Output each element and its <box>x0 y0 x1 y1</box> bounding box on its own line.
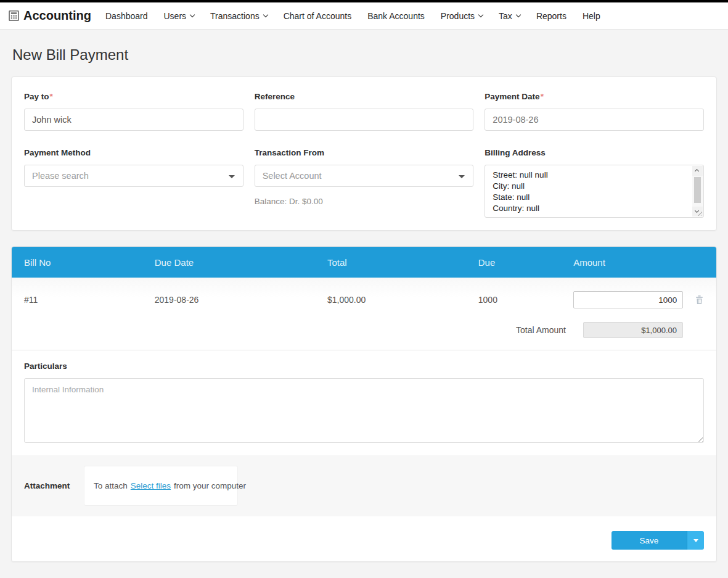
main-navbar: Accounting Dashboard Users Transactions … <box>0 2 728 30</box>
payment-date-field-group: Payment Date* <box>485 92 704 131</box>
header-due-date: Due Date <box>155 257 327 268</box>
chevron-down-icon <box>478 12 483 17</box>
nav-reports[interactable]: Reports <box>528 11 575 21</box>
payment-date-label: Payment Date* <box>485 92 704 101</box>
billing-address-field-group: Billing Address Street: null null City: … <box>485 148 704 218</box>
required-asterisk: * <box>541 92 544 101</box>
total-amount-label: Total Amount <box>516 325 566 335</box>
payment-method-select[interactable]: Please search <box>24 165 243 187</box>
payment-method-placeholder: Please search <box>32 171 89 181</box>
payment-date-input[interactable] <box>485 109 704 131</box>
delete-row-button[interactable] <box>695 295 704 305</box>
attachment-section: Attachment To attach Select files from y… <box>12 455 716 516</box>
save-dropdown-toggle[interactable] <box>687 531 704 550</box>
trash-icon <box>695 295 704 305</box>
payment-form-card: Pay to* Reference Payment Date* Payment … <box>11 76 717 231</box>
particulars-label: Particulars <box>24 361 704 371</box>
select-files-link[interactable]: Select files <box>131 481 171 490</box>
particulars-textarea[interactable] <box>24 378 704 443</box>
nav-dashboard[interactable]: Dashboard <box>97 11 156 21</box>
payment-method-label: Payment Method <box>24 148 243 157</box>
form-footer: Save <box>12 516 716 561</box>
nav-items: Dashboard Users Transactions Chart of Ac… <box>97 11 608 21</box>
dropdown-caret-icon <box>229 175 235 178</box>
transaction-from-label: Transaction From <box>255 148 474 157</box>
transaction-from-select[interactable]: Select Account <box>255 165 474 187</box>
page-content: New Bill Payment Pay to* Reference Payme… <box>0 46 728 562</box>
cell-total: $1,000.00 <box>327 295 478 305</box>
reference-input[interactable] <box>255 109 474 131</box>
bills-table-header: Bill No Due Date Total Due Amount <box>12 247 716 278</box>
pay-to-input[interactable] <box>24 109 243 131</box>
header-amount: Amount <box>573 257 704 268</box>
required-asterisk: * <box>50 92 53 101</box>
attach-text-before: To attach <box>94 481 128 490</box>
header-total: Total <box>327 257 478 268</box>
total-amount-row: Total Amount <box>12 313 716 350</box>
bills-card: Bill No Due Date Total Due Amount #11 20… <box>11 246 717 562</box>
scrollbar[interactable] <box>692 166 703 217</box>
cell-amount <box>573 291 704 308</box>
chevron-down-icon <box>516 12 521 17</box>
billing-address-textarea[interactable]: Street: null null City: null State: null… <box>485 165 704 218</box>
table-row: #11 2019-08-26 $1,000.00 1000 <box>12 278 716 313</box>
transaction-from-field-group: Transaction From Select Account Balance:… <box>255 148 474 218</box>
nav-bank-accounts[interactable]: Bank Accounts <box>359 11 433 21</box>
nav-tax[interactable]: Tax <box>491 11 528 21</box>
cell-bill-no: #11 <box>24 295 155 305</box>
billing-address-value: Street: null null City: null State: null… <box>493 170 690 215</box>
transaction-from-placeholder: Select Account <box>263 171 322 181</box>
reference-field-group: Reference <box>255 92 474 131</box>
reference-label: Reference <box>255 92 474 101</box>
save-button[interactable]: Save <box>611 531 687 550</box>
cell-due-date: 2019-08-26 <box>155 295 327 305</box>
balance-text: Balance: Dr. $0.00 <box>255 197 474 206</box>
billing-address-label: Billing Address <box>485 148 704 157</box>
attachment-label: Attachment <box>24 481 84 490</box>
nav-chart-of-accounts[interactable]: Chart of Accounts <box>276 11 360 21</box>
total-amount-input <box>583 322 683 338</box>
cell-due: 1000 <box>478 295 573 305</box>
payment-method-field-group: Payment Method Please search <box>24 148 243 218</box>
header-bill-no: Bill No <box>24 257 155 268</box>
header-due: Due <box>478 257 573 268</box>
nav-users[interactable]: Users <box>156 11 203 21</box>
pay-to-field-group: Pay to* <box>24 92 243 131</box>
chevron-down-icon <box>263 12 268 17</box>
dropdown-caret-icon <box>459 175 465 178</box>
caret-down-icon <box>693 539 698 542</box>
pay-to-label: Pay to* <box>24 92 243 101</box>
brand[interactable]: Accounting <box>9 9 91 23</box>
save-split-button: Save <box>611 531 704 550</box>
scroll-up-icon[interactable] <box>692 166 703 176</box>
particulars-section: Particulars <box>12 350 716 455</box>
calculator-icon <box>9 10 19 21</box>
attachment-dropzone[interactable]: To attach Select files from your compute… <box>84 466 238 506</box>
nav-help[interactable]: Help <box>575 11 608 21</box>
brand-title: Accounting <box>23 9 91 23</box>
page-title: New Bill Payment <box>12 46 716 64</box>
nav-products[interactable]: Products <box>433 11 491 21</box>
amount-input[interactable] <box>573 291 683 308</box>
scrollbar-thumb[interactable] <box>694 177 701 203</box>
chevron-down-icon <box>190 12 195 17</box>
nav-transactions[interactable]: Transactions <box>202 11 276 21</box>
attach-text-after: from your computer <box>174 481 246 490</box>
